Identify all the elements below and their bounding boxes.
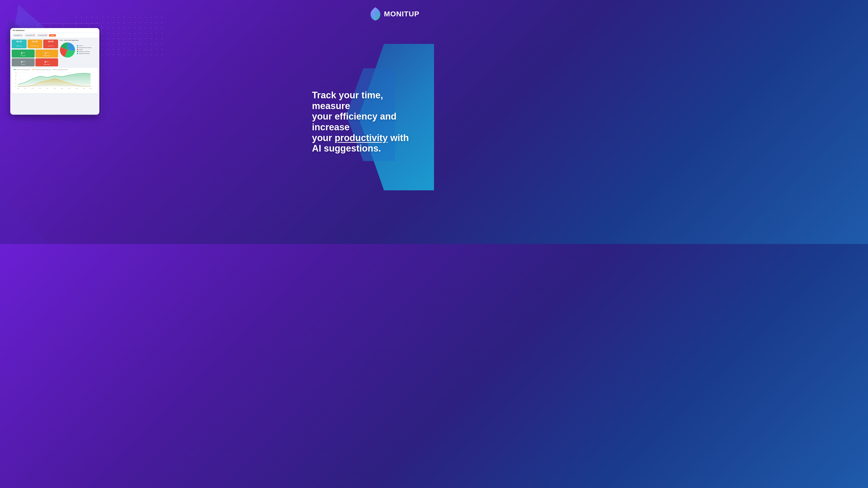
total-stat: 9Hours General Total — [35, 58, 58, 66]
logo-area: MONITUP — [369, 7, 420, 21]
date-to-value: 15.06.2023 — [38, 35, 45, 36]
filter-bar: ADUMANLI ▾ 15.06.2023 📅 15.06.2023 📅 Fil… — [10, 33, 99, 38]
pie-chart-title: Top 5 - Most Used Application — [60, 39, 98, 41]
legend-dot-remote — [77, 47, 78, 48]
dropdown-arrow: ▾ — [21, 35, 22, 36]
svg-text:12:00: 12:00 — [46, 88, 48, 89]
date-to-filter[interactable]: 15.06.2023 📅 — [37, 34, 48, 37]
svg-text:100: 100 — [15, 72, 17, 73]
natural-label: Natural — [13, 64, 34, 65]
svg-text:13:00: 13:00 — [54, 88, 56, 89]
svg-text:8:00: 8:00 — [17, 88, 19, 89]
text-section: Track your time, measure your efficiency… — [312, 90, 414, 154]
legend-label-appframe: ApplicationFrameHost — [79, 53, 90, 54]
productive-number: 8Hours — [21, 52, 25, 55]
legend-winlock: Windows Lock Screen — [77, 51, 92, 52]
chart-section: PRODUCTIVE APPLICATIONS UNPRODUCTIVE APP… — [12, 68, 98, 93]
svg-text:17:00: 17:00 — [83, 88, 85, 89]
productive-label: Productive — [13, 55, 34, 56]
legend-dot-outlook — [77, 49, 78, 50]
headline-line4: AI suggestions. — [312, 143, 381, 154]
date-from-value: 15.06.2023 — [26, 35, 32, 36]
legend-dot-chrome — [77, 45, 78, 46]
natural-stat: 0Hours Natural — [12, 58, 35, 66]
dashboard-title: PC Dashboard — [13, 30, 24, 31]
svg-text:18:00: 18:00 — [90, 88, 92, 89]
open-time-badge: 08:30 Open Time — [12, 39, 27, 48]
legend-neutral-apps: NEUTRAL APPLICATIONS — [53, 69, 68, 70]
total-number: 9Hours — [44, 61, 49, 63]
legend-productive-label: PRODUCTIVE APPLICATIONS — [17, 69, 30, 70]
pie-area: Chrome Remote Desktop Services Outlook — [60, 42, 98, 58]
sleep-time-badge: 01:28 Sleep/Lock time — [28, 39, 42, 48]
open-time-label: Open Time — [17, 45, 22, 46]
pie-chart — [60, 42, 75, 58]
unproductive-stat: 1Hours Unproductive — [35, 50, 58, 58]
logo-icon — [369, 7, 381, 21]
legend-outlook: Outlook — [77, 49, 92, 50]
time-badges: 08:30 Open Time 01:28 Sleep/Lock time 18… — [12, 39, 58, 48]
legend-productive-line — [13, 69, 16, 70]
main-headline: Track your time, measure your efficiency… — [312, 90, 414, 154]
legend-dot-appframe — [77, 53, 78, 54]
close-time-badge: 18:30 Close Time — [43, 39, 58, 48]
bottom-left-triangle — [0, 195, 49, 244]
unproductive-label: Unproductive — [36, 55, 57, 56]
date-from-filter[interactable]: 15.06.2023 📅 — [24, 34, 36, 37]
line-chart: 100 80 60 40 20 — [13, 71, 96, 91]
legend-dot-winlock — [77, 51, 78, 52]
main-content: 08:30 Open Time 01:28 Sleep/Lock time 18… — [10, 38, 99, 68]
svg-text:40: 40 — [15, 83, 17, 84]
right-section: Top 5 - Most Used Application — [60, 39, 98, 66]
brand-name: MONITUP — [384, 10, 420, 18]
legend-label-chrome: Chrome — [79, 45, 83, 46]
svg-text:20: 20 — [15, 86, 17, 87]
productive-stat: 8Hours Productive — [12, 50, 35, 58]
headline-line2: your efficiency and increase — [312, 111, 396, 132]
svg-text:9:00: 9:00 — [24, 88, 26, 89]
chart-legend: PRODUCTIVE APPLICATIONS UNPRODUCTIVE APP… — [13, 69, 96, 70]
svg-text:14:00: 14:00 — [61, 88, 63, 89]
legend-label-winlock: Windows Lock Screen — [79, 51, 90, 52]
user-filter-value: ADUMANLI — [14, 35, 21, 36]
dashboard-card: PC Dashboard ADUMANLI ▾ 15.06.2023 📅 15.… — [10, 28, 99, 115]
svg-text:15:00: 15:00 — [68, 88, 70, 89]
svg-text:80: 80 — [15, 76, 17, 77]
pie-legend: Chrome Remote Desktop Services Outlook — [77, 45, 92, 55]
svg-text:16:00: 16:00 — [75, 88, 78, 89]
filter-button[interactable]: Filter — [49, 34, 56, 37]
close-time-label: Close Time — [48, 45, 54, 46]
svg-text:60: 60 — [15, 79, 17, 80]
legend-appframe: ApplicationFrameHost — [77, 53, 92, 54]
headline-line3: your productivity with — [312, 133, 409, 143]
left-section: 08:30 Open Time 01:28 Sleep/Lock time 18… — [12, 39, 58, 66]
legend-unproductive-label: UNPRODUCTIVE APPLICATIONS — [36, 69, 51, 70]
legend-label-outlook: Outlook — [79, 49, 83, 50]
svg-text:11:00: 11:00 — [39, 88, 41, 89]
svg-text:10:00: 10:00 — [31, 88, 34, 89]
legend-neutral-line — [53, 69, 56, 70]
calendar-icon-2: 📅 — [45, 35, 46, 36]
legend-remote: Remote Desktop Services — [77, 47, 92, 48]
stats-grid: 8Hours Productive 1Hours Unproductive 0H… — [12, 50, 58, 66]
open-time-value: 08:30 — [12, 40, 26, 43]
natural-number: 0Hours — [21, 61, 25, 63]
dashboard-header: PC Dashboard — [10, 28, 99, 33]
sleep-time-value: 01:28 — [28, 40, 42, 43]
dashboard-wrapper: PC Dashboard ADUMANLI ▾ 15.06.2023 📅 15.… — [5, 28, 103, 121]
calendar-icon: 📅 — [33, 35, 34, 36]
total-label: General Total — [36, 64, 57, 65]
unproductive-number: 1Hours — [44, 52, 49, 55]
legend-neutral-label: NEUTRAL APPLICATIONS — [56, 69, 68, 70]
legend-unproductive-line — [32, 69, 35, 70]
headline-underline: productivity — [335, 133, 388, 143]
legend-unproductive-apps: UNPRODUCTIVE APPLICATIONS — [32, 69, 51, 70]
legend-productive-apps: PRODUCTIVE APPLICATIONS — [13, 69, 30, 70]
close-time-value: 18:30 — [44, 40, 57, 43]
legend-label-remote: Remote Desktop Services — [79, 47, 92, 48]
user-filter[interactable]: ADUMANLI ▾ — [13, 34, 23, 37]
legend-chrome: Chrome — [77, 45, 92, 46]
headline-line1: Track your time, measure — [312, 90, 383, 111]
sleep-time-label: Sleep/Lock time — [31, 45, 39, 46]
